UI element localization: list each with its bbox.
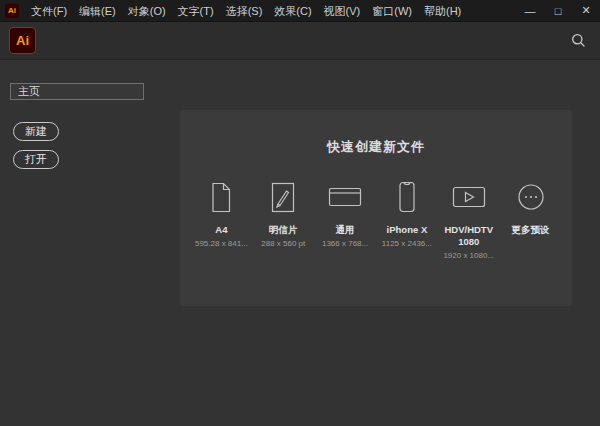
menu-window[interactable]: 窗口(W): [366, 0, 418, 22]
new-file-button[interactable]: 新建: [13, 122, 59, 141]
phone-icon: [398, 178, 416, 216]
preset-more[interactable]: 更多预设: [503, 178, 558, 239]
search-icon: [571, 33, 586, 48]
menu-edit[interactable]: 编辑(E): [73, 0, 122, 22]
menu-type[interactable]: 文字(T): [172, 0, 220, 22]
menu-effect[interactable]: 效果(C): [268, 0, 317, 22]
app-icon-small: Ai: [5, 4, 19, 18]
preset-size: 1125 x 2436...: [382, 239, 432, 249]
window-controls: — □ ✕: [516, 0, 600, 22]
document-icon: [209, 178, 233, 216]
more-presets-icon: [517, 178, 545, 216]
close-button[interactable]: ✕: [572, 0, 600, 22]
preset-postcard[interactable]: 明信片 288 x 560 pt: [256, 178, 311, 248]
preset-size: 595.28 x 841...: [195, 239, 248, 249]
preset-iphone-x[interactable]: iPhone X 1125 x 2436...: [380, 178, 435, 248]
preset-name: iPhone X: [387, 224, 428, 236]
preset-list: A4 595.28 x 841... 明信片 288 x 560 pt: [180, 178, 572, 260]
preset-hdtv[interactable]: HDV/HDTV 1080 1920 x 1080...: [441, 178, 496, 260]
preset-name: 通用: [336, 224, 355, 236]
quick-create-title: 快速创建新文件: [180, 138, 572, 156]
minimize-button[interactable]: —: [516, 0, 544, 22]
illustrator-logo: Ai: [9, 27, 36, 54]
menu-help[interactable]: 帮助(H): [418, 0, 467, 22]
preset-name: HDV/HDTV 1080: [441, 224, 496, 248]
preset-size: 288 x 560 pt: [261, 239, 305, 249]
screen-icon: [328, 178, 362, 216]
sidebar-item-home[interactable]: 主页: [10, 83, 144, 100]
maximize-button[interactable]: □: [544, 0, 572, 22]
menubar: 文件(F) 编辑(E) 对象(O) 文字(T) 选择(S) 效果(C) 视图(V…: [25, 0, 467, 22]
preset-name: A4: [215, 224, 227, 236]
quick-create-panel: 快速创建新文件 A4 595.28 x 841...: [180, 110, 572, 306]
preset-name: 更多预设: [512, 224, 550, 236]
menu-file[interactable]: 文件(F): [25, 0, 73, 22]
search-button[interactable]: [568, 31, 588, 51]
preset-common[interactable]: 通用 1366 x 768...: [318, 178, 373, 248]
preset-size: 1366 x 768...: [322, 239, 368, 249]
postcard-icon: [270, 178, 296, 216]
open-file-button[interactable]: 打开: [13, 150, 59, 169]
preset-size: 1920 x 1080...: [443, 251, 494, 261]
video-icon: [452, 178, 486, 216]
titlebar: Ai 文件(F) 编辑(E) 对象(O) 文字(T) 选择(S) 效果(C) 视…: [0, 0, 600, 22]
side-buttons: 新建 打开: [13, 122, 59, 169]
preset-a4[interactable]: A4 595.28 x 841...: [194, 178, 249, 248]
preset-name: 明信片: [269, 224, 298, 236]
menu-select[interactable]: 选择(S): [220, 0, 269, 22]
appbar: Ai: [0, 22, 600, 60]
menu-object[interactable]: 对象(O): [122, 0, 172, 22]
home-screen: 主页 新建 打开 快速创建新文件 A4 595.28 x 841...: [0, 60, 600, 425]
menu-view[interactable]: 视图(V): [318, 0, 367, 22]
